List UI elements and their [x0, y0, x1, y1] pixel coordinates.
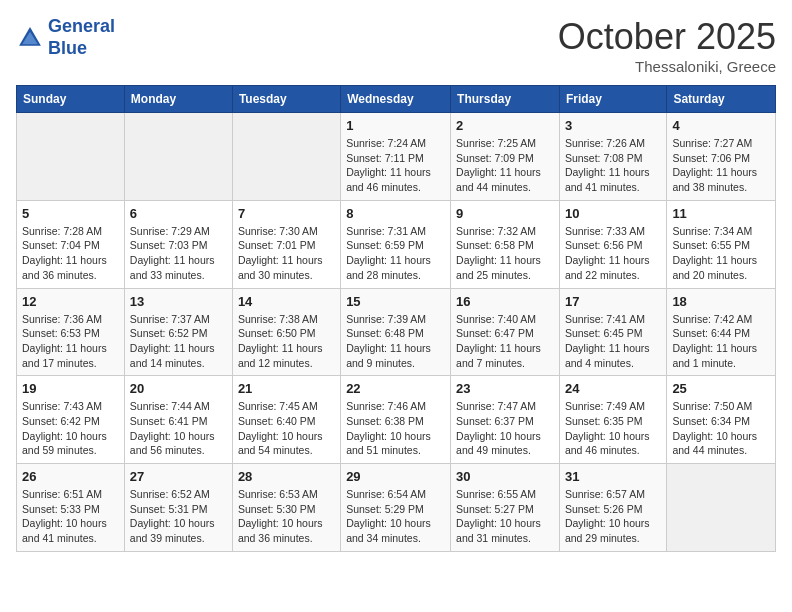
calendar-cell: 24Sunrise: 7:49 AM Sunset: 6:35 PM Dayli… [559, 376, 666, 464]
day-number: 8 [346, 206, 445, 221]
day-number: 1 [346, 118, 445, 133]
calendar-cell [232, 113, 340, 201]
day-info: Sunrise: 7:46 AM Sunset: 6:38 PM Dayligh… [346, 399, 445, 458]
day-info: Sunrise: 7:32 AM Sunset: 6:58 PM Dayligh… [456, 224, 554, 283]
calendar-cell: 29Sunrise: 6:54 AM Sunset: 5:29 PM Dayli… [341, 464, 451, 552]
day-info: Sunrise: 7:49 AM Sunset: 6:35 PM Dayligh… [565, 399, 661, 458]
day-info: Sunrise: 7:36 AM Sunset: 6:53 PM Dayligh… [22, 312, 119, 371]
calendar-cell: 25Sunrise: 7:50 AM Sunset: 6:34 PM Dayli… [667, 376, 776, 464]
day-info: Sunrise: 7:31 AM Sunset: 6:59 PM Dayligh… [346, 224, 445, 283]
calendar-cell: 7Sunrise: 7:30 AM Sunset: 7:01 PM Daylig… [232, 200, 340, 288]
day-info: Sunrise: 7:44 AM Sunset: 6:41 PM Dayligh… [130, 399, 227, 458]
day-info: Sunrise: 7:26 AM Sunset: 7:08 PM Dayligh… [565, 136, 661, 195]
month-title: October 2025 [558, 16, 776, 58]
day-info: Sunrise: 6:52 AM Sunset: 5:31 PM Dayligh… [130, 487, 227, 546]
calendar-cell: 20Sunrise: 7:44 AM Sunset: 6:41 PM Dayli… [124, 376, 232, 464]
day-number: 17 [565, 294, 661, 309]
logo: General Blue [16, 16, 115, 59]
logo-text: General Blue [48, 16, 115, 59]
day-number: 20 [130, 381, 227, 396]
page-header: General Blue October 2025 Thessaloniki, … [16, 16, 776, 75]
calendar-cell: 9Sunrise: 7:32 AM Sunset: 6:58 PM Daylig… [451, 200, 560, 288]
day-number: 31 [565, 469, 661, 484]
calendar-header: SundayMondayTuesdayWednesdayThursdayFrid… [17, 86, 776, 113]
calendar-cell: 6Sunrise: 7:29 AM Sunset: 7:03 PM Daylig… [124, 200, 232, 288]
day-number: 13 [130, 294, 227, 309]
day-info: Sunrise: 6:54 AM Sunset: 5:29 PM Dayligh… [346, 487, 445, 546]
day-number: 16 [456, 294, 554, 309]
day-number: 4 [672, 118, 770, 133]
day-info: Sunrise: 7:39 AM Sunset: 6:48 PM Dayligh… [346, 312, 445, 371]
day-info: Sunrise: 7:42 AM Sunset: 6:44 PM Dayligh… [672, 312, 770, 371]
day-info: Sunrise: 7:27 AM Sunset: 7:06 PM Dayligh… [672, 136, 770, 195]
weekday-header: Thursday [451, 86, 560, 113]
day-info: Sunrise: 7:33 AM Sunset: 6:56 PM Dayligh… [565, 224, 661, 283]
calendar-cell: 23Sunrise: 7:47 AM Sunset: 6:37 PM Dayli… [451, 376, 560, 464]
day-number: 3 [565, 118, 661, 133]
day-number: 19 [22, 381, 119, 396]
day-number: 29 [346, 469, 445, 484]
calendar-week-row: 1Sunrise: 7:24 AM Sunset: 7:11 PM Daylig… [17, 113, 776, 201]
calendar-cell: 15Sunrise: 7:39 AM Sunset: 6:48 PM Dayli… [341, 288, 451, 376]
calendar-cell [124, 113, 232, 201]
calendar-body: 1Sunrise: 7:24 AM Sunset: 7:11 PM Daylig… [17, 113, 776, 552]
weekday-header: Monday [124, 86, 232, 113]
calendar-cell: 3Sunrise: 7:26 AM Sunset: 7:08 PM Daylig… [559, 113, 666, 201]
calendar-cell: 14Sunrise: 7:38 AM Sunset: 6:50 PM Dayli… [232, 288, 340, 376]
calendar-cell: 12Sunrise: 7:36 AM Sunset: 6:53 PM Dayli… [17, 288, 125, 376]
day-info: Sunrise: 7:28 AM Sunset: 7:04 PM Dayligh… [22, 224, 119, 283]
calendar-cell: 16Sunrise: 7:40 AM Sunset: 6:47 PM Dayli… [451, 288, 560, 376]
day-number: 25 [672, 381, 770, 396]
calendar-week-row: 12Sunrise: 7:36 AM Sunset: 6:53 PM Dayli… [17, 288, 776, 376]
calendar-cell: 26Sunrise: 6:51 AM Sunset: 5:33 PM Dayli… [17, 464, 125, 552]
logo-line1: General [48, 16, 115, 36]
weekday-header: Sunday [17, 86, 125, 113]
day-number: 18 [672, 294, 770, 309]
day-number: 2 [456, 118, 554, 133]
day-number: 5 [22, 206, 119, 221]
day-info: Sunrise: 7:38 AM Sunset: 6:50 PM Dayligh… [238, 312, 335, 371]
day-number: 14 [238, 294, 335, 309]
calendar-cell: 8Sunrise: 7:31 AM Sunset: 6:59 PM Daylig… [341, 200, 451, 288]
calendar-cell: 1Sunrise: 7:24 AM Sunset: 7:11 PM Daylig… [341, 113, 451, 201]
weekday-header: Saturday [667, 86, 776, 113]
calendar-cell: 18Sunrise: 7:42 AM Sunset: 6:44 PM Dayli… [667, 288, 776, 376]
title-block: October 2025 Thessaloniki, Greece [558, 16, 776, 75]
day-info: Sunrise: 7:50 AM Sunset: 6:34 PM Dayligh… [672, 399, 770, 458]
calendar-cell [667, 464, 776, 552]
day-number: 21 [238, 381, 335, 396]
calendar-cell: 2Sunrise: 7:25 AM Sunset: 7:09 PM Daylig… [451, 113, 560, 201]
day-info: Sunrise: 6:55 AM Sunset: 5:27 PM Dayligh… [456, 487, 554, 546]
calendar-cell: 30Sunrise: 6:55 AM Sunset: 5:27 PM Dayli… [451, 464, 560, 552]
logo-line2: Blue [48, 38, 87, 58]
calendar-cell: 19Sunrise: 7:43 AM Sunset: 6:42 PM Dayli… [17, 376, 125, 464]
day-info: Sunrise: 7:45 AM Sunset: 6:40 PM Dayligh… [238, 399, 335, 458]
day-number: 9 [456, 206, 554, 221]
day-number: 27 [130, 469, 227, 484]
calendar-cell [17, 113, 125, 201]
day-number: 22 [346, 381, 445, 396]
calendar-cell: 28Sunrise: 6:53 AM Sunset: 5:30 PM Dayli… [232, 464, 340, 552]
calendar-week-row: 26Sunrise: 6:51 AM Sunset: 5:33 PM Dayli… [17, 464, 776, 552]
calendar-table: SundayMondayTuesdayWednesdayThursdayFrid… [16, 85, 776, 552]
weekday-header: Wednesday [341, 86, 451, 113]
calendar-cell: 5Sunrise: 7:28 AM Sunset: 7:04 PM Daylig… [17, 200, 125, 288]
calendar-cell: 31Sunrise: 6:57 AM Sunset: 5:26 PM Dayli… [559, 464, 666, 552]
weekday-header: Friday [559, 86, 666, 113]
logo-icon [16, 24, 44, 52]
calendar-cell: 22Sunrise: 7:46 AM Sunset: 6:38 PM Dayli… [341, 376, 451, 464]
calendar-cell: 4Sunrise: 7:27 AM Sunset: 7:06 PM Daylig… [667, 113, 776, 201]
calendar-cell: 11Sunrise: 7:34 AM Sunset: 6:55 PM Dayli… [667, 200, 776, 288]
day-info: Sunrise: 7:47 AM Sunset: 6:37 PM Dayligh… [456, 399, 554, 458]
location: Thessaloniki, Greece [558, 58, 776, 75]
calendar-cell: 13Sunrise: 7:37 AM Sunset: 6:52 PM Dayli… [124, 288, 232, 376]
day-number: 26 [22, 469, 119, 484]
day-number: 11 [672, 206, 770, 221]
day-info: Sunrise: 6:51 AM Sunset: 5:33 PM Dayligh… [22, 487, 119, 546]
day-info: Sunrise: 7:37 AM Sunset: 6:52 PM Dayligh… [130, 312, 227, 371]
day-info: Sunrise: 7:29 AM Sunset: 7:03 PM Dayligh… [130, 224, 227, 283]
day-info: Sunrise: 7:40 AM Sunset: 6:47 PM Dayligh… [456, 312, 554, 371]
day-info: Sunrise: 7:24 AM Sunset: 7:11 PM Dayligh… [346, 136, 445, 195]
calendar-cell: 21Sunrise: 7:45 AM Sunset: 6:40 PM Dayli… [232, 376, 340, 464]
day-number: 23 [456, 381, 554, 396]
